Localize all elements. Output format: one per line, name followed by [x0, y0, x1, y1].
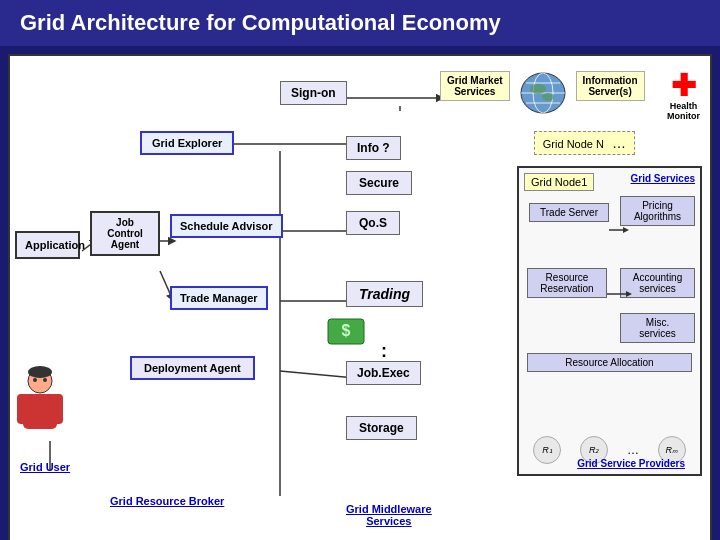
svg-rect-26 — [51, 394, 63, 424]
grid-service-providers: Grid Service Providers — [577, 458, 685, 469]
storage-box: Storage — [346, 416, 417, 440]
deployment-agent-box: Deployment Agent — [130, 356, 255, 380]
main-content: Sign-on Grid MarketServices InformationS… — [8, 54, 712, 540]
resource-reservation-box: ResourceReservation — [527, 268, 607, 298]
trading-box: Trading — [346, 281, 423, 307]
application-box: Application — [15, 231, 80, 259]
svg-point-28 — [33, 378, 37, 382]
pricing-algorithms-box: PricingAlgorithms — [620, 196, 695, 226]
qos-box: Qo.S — [346, 211, 400, 235]
page-title: Grid Architecture for Computational Econ… — [0, 0, 720, 46]
sign-on-box: Sign-on — [280, 81, 347, 105]
r1-circle: R₁ — [533, 436, 561, 464]
misc-services-box: Misc. services — [620, 313, 695, 343]
svg-text:$: $ — [342, 322, 351, 339]
trade-server-box: Trade Server — [529, 203, 609, 222]
svg-point-27 — [28, 366, 52, 378]
r-dots: … — [627, 443, 639, 457]
jobexec-box: Job.Exec — [346, 361, 421, 385]
svg-point-29 — [43, 378, 47, 382]
right-panel: Grid Node1 Grid Services Trade Server Pr… — [517, 166, 702, 476]
info-question-box: Info ? — [346, 136, 401, 160]
dots-separator: : — [381, 341, 387, 362]
arrow-resource — [607, 288, 632, 300]
grid-explorer-box: Grid Explorer — [140, 131, 234, 155]
jca-box: JobControlAgent — [90, 211, 160, 256]
money-svg: $ — [326, 314, 366, 349]
svg-marker-33 — [623, 227, 629, 233]
grid-user-label: Grid User — [20, 461, 70, 473]
svg-marker-35 — [626, 291, 632, 297]
svg-line-10 — [280, 371, 355, 378]
grid-node1-label: Grid Node1 — [524, 173, 594, 191]
trade-manager-box: Trade Manager — [170, 286, 268, 310]
svg-point-21 — [530, 84, 546, 94]
svg-rect-25 — [17, 394, 29, 424]
grid-node-n-box: Grid Node N … — [534, 131, 635, 155]
grid-services-label: Grid Services — [631, 173, 695, 184]
svg-point-22 — [542, 93, 554, 101]
globe-icon — [518, 71, 568, 116]
grid-user-avatar — [15, 366, 65, 450]
person-svg — [15, 366, 65, 446]
grid-market-services-box: Grid MarketServices — [440, 71, 510, 101]
resource-allocation-box: Resource Allocation — [527, 353, 692, 372]
top-info-area: Grid MarketServices InformationServer(s) — [440, 71, 645, 116]
health-monitor: ✚ HealthMonitor — [667, 71, 700, 121]
secure-box: Secure — [346, 171, 412, 195]
schedule-advisor-box: Schedule Advisor — [170, 214, 283, 238]
arrow-trade-pricing — [609, 223, 629, 238]
grid-resource-broker-box: Grid Resource Broker — [110, 495, 224, 507]
middleware-box: Grid MiddlewareServices — [346, 503, 432, 527]
info-server-box: InformationServer(s) — [576, 71, 645, 101]
dollar-icon: $ — [326, 314, 366, 355]
title-text: Grid Architecture for Computational Econ… — [20, 10, 501, 35]
